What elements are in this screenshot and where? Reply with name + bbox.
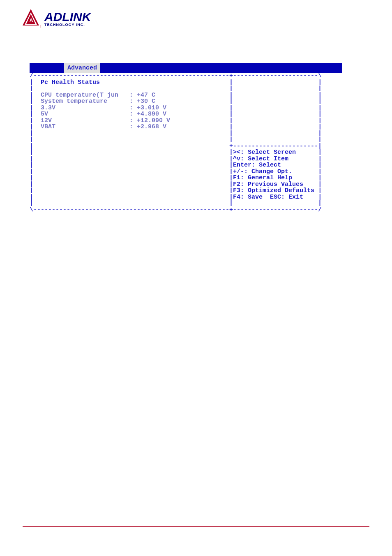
logo-text: ADLINK TECHNOLOGY INC. (44, 11, 91, 27)
help-7: F4: Save ESC: Exit (233, 194, 303, 201)
row: | (30, 92, 41, 99)
logo: A ® ADLINK TECHNOLOGY INC. (21, 8, 91, 29)
row: | (30, 104, 41, 111)
help-1: ^v: Select Item (233, 155, 288, 162)
row: | (30, 111, 41, 118)
reading-label-5: VBAT (41, 123, 55, 130)
reading-value-1: : +30 C (129, 98, 155, 105)
tab-bar: Advanced (30, 63, 342, 73)
row: | | (30, 162, 233, 169)
svg-text:A: A (29, 17, 33, 23)
row: | +-----------------------| (30, 143, 322, 150)
row: | (30, 98, 41, 105)
help-5: F2: Previous Values (233, 181, 303, 188)
bios-screen: Advanced /------------------------------… (30, 63, 342, 213)
reading-label-1: System temperature (41, 98, 107, 105)
reading-value-4: : +12.090 V (129, 117, 170, 124)
help-2: Enter: Select (233, 162, 281, 169)
help-4: F1: General Help (233, 174, 292, 181)
logo-icon: A ® (21, 8, 41, 29)
row: | | (30, 174, 233, 181)
footer-divider (23, 526, 369, 527)
row: | (30, 123, 41, 130)
row: | | | (30, 130, 322, 137)
svg-text:®: ® (40, 25, 41, 28)
reading-label-4: 12V (41, 117, 52, 124)
logo-sub-text: TECHNOLOGY INC. (44, 23, 91, 27)
row-end: | | (100, 79, 322, 86)
row: | | (30, 187, 233, 194)
reading-label-2: 3.3V (41, 104, 55, 111)
row: | (30, 79, 41, 86)
reading-value-3: : +4.890 V (129, 111, 166, 118)
reading-label-0: CPU temperature(T jun (41, 92, 118, 99)
reading-value-2: : +3.010 V (129, 104, 166, 111)
tab-advanced[interactable]: Advanced (64, 63, 100, 73)
row: | | (30, 194, 233, 201)
row: | | | (30, 200, 322, 207)
row: | (30, 117, 41, 124)
logo-main-text: ADLINK (44, 11, 91, 23)
reading-value-5: : +2.968 V (129, 123, 166, 130)
row: | | (30, 181, 233, 188)
row: | | | (30, 85, 322, 92)
row: | | (30, 155, 233, 162)
reading-value-0: : +47 C (129, 92, 155, 99)
help-0: ><: Select Screen (233, 149, 296, 156)
help-3: +/-: Change Opt. (233, 168, 292, 175)
border-bottom: \---------------------------------------… (30, 206, 322, 213)
help-6: F3: Optimized Defaults (233, 187, 314, 194)
border-top: /---------------------------------------… (30, 72, 322, 79)
section-title: Pc Health Status (41, 79, 100, 86)
bios-body: /---------------------------------------… (30, 73, 342, 213)
row: | | (30, 149, 233, 156)
row: | | (30, 168, 233, 175)
reading-label-3: 5V (41, 111, 48, 118)
row: | | | (30, 136, 322, 143)
